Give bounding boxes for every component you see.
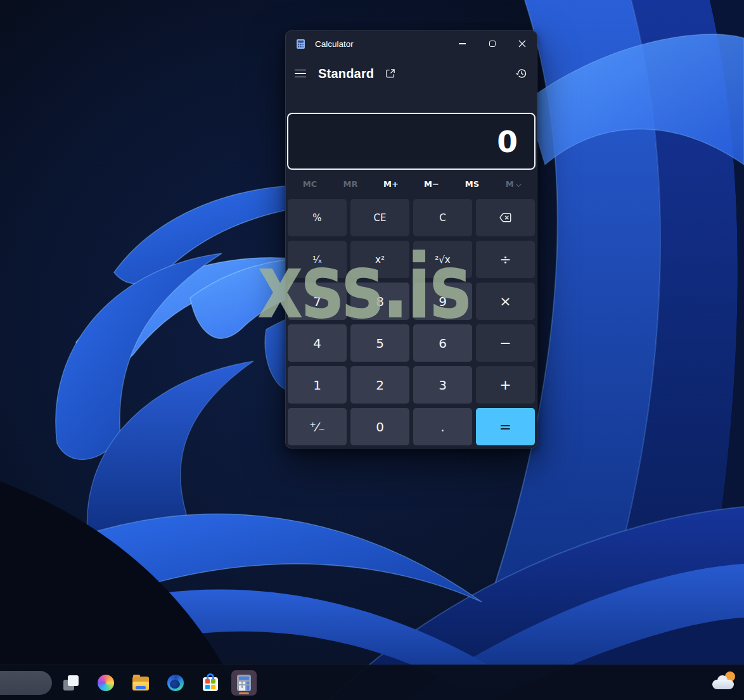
microsoft-edge-icon bbox=[167, 675, 184, 691]
keep-on-top-icon bbox=[385, 68, 396, 79]
minimize-icon bbox=[459, 43, 466, 44]
taskbar bbox=[0, 665, 744, 700]
titlebar[interactable]: Calculator bbox=[286, 31, 537, 56]
taskbar-file-explorer-button[interactable] bbox=[128, 670, 153, 696]
clear-entry-button[interactable]: CE bbox=[350, 199, 409, 236]
keep-on-top-button[interactable] bbox=[385, 68, 396, 79]
memory-clear-button[interactable]: MC bbox=[290, 177, 330, 191]
calculator-app-icon bbox=[295, 39, 306, 49]
file-explorer-icon bbox=[132, 675, 150, 690]
negate-button[interactable]: ⁺⁄₋ bbox=[288, 408, 347, 445]
digit-6-button[interactable]: 6 bbox=[413, 324, 472, 362]
digit-0-button[interactable]: 0 bbox=[350, 408, 409, 445]
memory-subtract-button[interactable]: M− bbox=[411, 177, 452, 191]
reciprocal-button[interactable]: ¹⁄ₓ bbox=[288, 241, 347, 278]
mode-title: Standard bbox=[318, 67, 374, 81]
widgets-pill[interactable] bbox=[0, 671, 52, 695]
running-app-indicator bbox=[239, 692, 249, 694]
decimal-button[interactable]: . bbox=[413, 408, 472, 445]
digit-5-button[interactable]: 5 bbox=[350, 324, 409, 362]
memory-add-button[interactable]: M+ bbox=[371, 177, 411, 191]
cloud-icon bbox=[712, 680, 734, 689]
maximize-icon bbox=[489, 41, 496, 47]
backspace-button[interactable] bbox=[476, 199, 535, 236]
subtract-button[interactable]: − bbox=[476, 324, 535, 362]
history-icon bbox=[515, 67, 528, 80]
hamburger-icon bbox=[295, 70, 306, 71]
divide-button[interactable]: ÷ bbox=[476, 241, 535, 278]
calculator-window: Calculator Standard bbox=[285, 30, 537, 449]
digit-9-button[interactable]: 9 bbox=[413, 283, 472, 320]
taskbar-task-view-button[interactable] bbox=[58, 670, 84, 696]
add-button[interactable]: + bbox=[476, 366, 535, 404]
digit-2-button[interactable]: 2 bbox=[350, 366, 409, 404]
square-root-button[interactable]: ²√x bbox=[413, 241, 472, 278]
taskbar-edge-button[interactable] bbox=[163, 670, 188, 696]
memory-bar: MC MR M+ M− MS M bbox=[286, 177, 537, 191]
memory-store-button[interactable]: MS bbox=[452, 177, 492, 191]
navigation-menu-button[interactable] bbox=[295, 67, 306, 80]
display-value: 0 bbox=[497, 124, 518, 159]
taskbar-store-button[interactable] bbox=[198, 670, 223, 696]
digit-3-button[interactable]: 3 bbox=[413, 366, 472, 404]
memory-recall-button[interactable]: MR bbox=[330, 177, 371, 191]
calculator-display[interactable]: 0 bbox=[287, 113, 536, 170]
taskbar-calculator-button[interactable] bbox=[231, 670, 257, 696]
microsoft-store-icon bbox=[203, 677, 218, 691]
history-button[interactable] bbox=[515, 67, 528, 80]
calculator-taskbar-icon bbox=[236, 674, 252, 692]
backspace-icon bbox=[498, 210, 513, 225]
digit-4-button[interactable]: 4 bbox=[288, 324, 347, 362]
chevron-down-icon bbox=[516, 181, 521, 186]
multiply-button[interactable]: × bbox=[476, 283, 535, 320]
keypad: % CE C ¹⁄ₓ x² ²√x ÷ 7 8 9 × 4 5 6 − 1 2 … bbox=[288, 199, 535, 445]
equals-button[interactable]: = bbox=[476, 408, 535, 445]
maximize-button[interactable] bbox=[477, 31, 507, 56]
digit-7-button[interactable]: 7 bbox=[288, 283, 347, 320]
memory-flyout-button[interactable]: M bbox=[492, 177, 533, 191]
taskbar-copilot-button[interactable] bbox=[93, 670, 119, 696]
weather-tray-icon[interactable] bbox=[711, 670, 739, 696]
task-view-icon bbox=[63, 675, 79, 691]
digit-8-button[interactable]: 8 bbox=[350, 283, 409, 320]
percent-button[interactable]: % bbox=[288, 199, 347, 236]
digit-1-button[interactable]: 1 bbox=[288, 366, 347, 404]
close-icon bbox=[518, 40, 526, 48]
square-button[interactable]: x² bbox=[350, 241, 409, 278]
close-button[interactable] bbox=[507, 31, 537, 56]
copilot-icon bbox=[98, 675, 114, 691]
clear-button[interactable]: C bbox=[413, 199, 472, 236]
minimize-button[interactable] bbox=[447, 31, 477, 56]
window-title: Calculator bbox=[315, 39, 354, 49]
